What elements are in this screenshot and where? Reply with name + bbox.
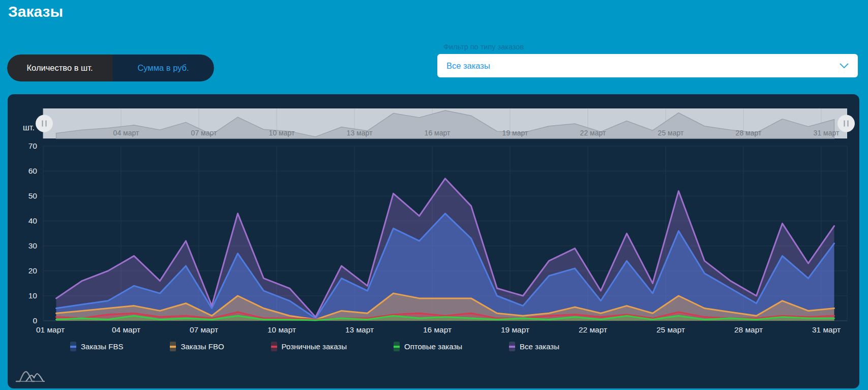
amcharts-logo[interactable] [15,367,45,383]
x-axis-tick-label: 10 март [267,325,296,334]
order-type-select-value: Все заказы [446,61,840,71]
navigator-tick-label: 04 март [113,129,139,137]
x-axis-tick-label: 22 март [579,325,607,334]
toggle-sum-button[interactable]: Сумма в руб. [112,54,214,81]
navigator-tick-label: 31 март [814,129,840,137]
legend-item-4[interactable]: Все заказы [509,342,559,351]
navigator-tick-label: 16 март [425,129,451,137]
navigator: 04 март07 март10 март13 март16 март19 ма… [36,108,855,138]
navigator-tick-label: 10 март [269,129,295,137]
x-axis-tick-label: 13 март [345,325,374,334]
legend-label: Розничные заказы [282,342,347,351]
series-areas [56,179,834,321]
x-axis-tick-label: 25 март [656,325,685,334]
y-axis-tick-label: 70 [28,142,38,150]
legend-swatch-icon [170,342,176,351]
navigator-left-handle[interactable] [36,115,53,132]
x-axis-tick-label: 07 март [190,325,218,334]
legend-label: Все заказы [520,342,559,351]
legend-item-0[interactable]: Заказы FBS [70,342,123,351]
y-axis-tick-label: 30 [28,241,38,250]
y-axis-tick-label: 50 [28,191,38,200]
y-axis-tick-label: 60 [28,166,38,175]
navigator-tick-label: 22 март [580,129,606,137]
toggle-quantity-button[interactable]: Количество в шт. [7,54,112,81]
navigator-tick-label: 07 март [191,129,217,137]
legend-swatch-icon [509,342,515,351]
x-axis-tick-label: 04 март [112,325,140,334]
legend-swatch-icon [271,342,277,351]
navigator-right-handle[interactable] [837,115,855,132]
legend-item-3[interactable]: Оптовые заказы [394,342,462,351]
x-axis-tick-label: 19 март [501,325,529,334]
legend-item-2[interactable]: Розничные заказы [271,342,347,351]
chevron-down-icon [840,63,849,69]
y-axis-unit-label: шт. [23,123,35,132]
navigator-tick-label: 28 март [736,129,762,137]
navigator-tick-label: 19 март [502,129,528,137]
legend-label: Оптовые заказы [404,342,462,351]
order-type-filter-label: Фильтр по типу заказов [443,43,524,51]
x-axis-tick-label: 16 март [423,325,452,334]
legend-label: Заказы FBO [181,342,224,351]
y-axis-tick-label: 0 [33,316,37,325]
orders-chart-card: 04 март07 март10 март13 март16 март19 ма… [8,94,859,388]
y-axis-tick-label: 20 [28,266,38,275]
legend-swatch-icon [70,342,76,351]
order-type-select[interactable]: Все заказы [437,54,858,77]
page-title: Заказы [8,3,63,20]
unit-toggle: Количество в шт. Сумма в руб. [7,54,214,81]
chart-legend: Заказы FBSЗаказы FBOРозничные заказыОпто… [70,342,559,351]
x-axis-tick-label: 28 март [734,325,763,334]
navigator-tick-label: 25 март [658,129,684,137]
legend-label: Заказы FBS [81,342,123,351]
legend-swatch-icon [394,342,400,351]
y-axis-tick-label: 40 [28,216,38,225]
x-axis-tick-label: 31 март [812,325,841,334]
x-axis-tick-label: 01 март [36,325,65,334]
legend-item-1[interactable]: Заказы FBO [170,342,224,351]
y-axis-tick-label: 10 [28,291,38,300]
orders-chart: 04 март07 март10 март13 март16 март19 ма… [8,94,859,364]
navigator-tick-label: 13 март [347,129,373,137]
